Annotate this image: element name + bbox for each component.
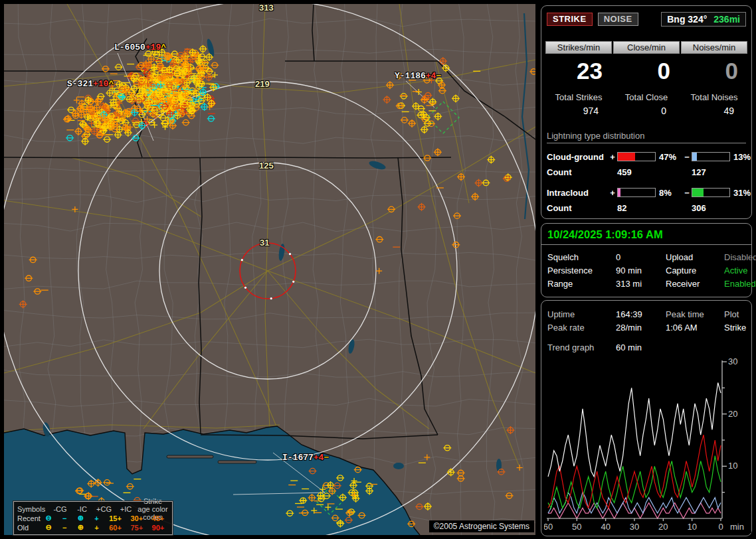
rate-columns: Strikes/min 23 Total Strikes 974 Close/m…	[541, 27, 751, 116]
legend-col--ic: -IC	[71, 505, 93, 513]
minus-sign: −	[682, 188, 692, 198]
cg-negative-count: 127	[692, 167, 730, 177]
status-panel: 10/24/2025 1:09:16 AM Squelch 0 Upload D…	[541, 223, 752, 297]
stats-panel: STRIKE NOISE Bng 324°236mi Strikes/min 2…	[541, 5, 752, 219]
settings-row: Range 313 mi Receiver Enabled	[547, 277, 745, 290]
trend-graph-label: Trend graph	[547, 343, 616, 352]
cloud-ground-row: Cloud-ground + 47% − 13%	[541, 149, 751, 165]
age-code-15+: 15+	[105, 514, 126, 522]
cell-direction-icon: −	[324, 453, 329, 463]
bearing-label: Bng 324°	[667, 14, 707, 25]
range-ring-label-313: 313	[259, 3, 274, 13]
cloud-ground-label: Cloud-ground	[547, 152, 608, 162]
ic-positive-pct: 8%	[656, 188, 682, 198]
legend-symbol-3: +	[88, 524, 104, 532]
legend-symbol-2: ⊕	[72, 523, 88, 532]
settings-row: Persistence 90 min Capture Active	[547, 264, 745, 277]
legend-row-label: Old	[17, 524, 41, 532]
range-ring-label-219: 219	[255, 79, 270, 89]
legend-row-old: Old⊖−⊕+60+75+90+	[17, 523, 169, 532]
y-tick-30: 30	[728, 358, 737, 366]
cell-id: Y-1186	[395, 71, 426, 81]
strikes-column: Strikes/min 23 Total Strikes 974	[545, 41, 612, 116]
uptime-rows: Uptime 164:39 Peak time Plot Peak rate 2…	[541, 301, 751, 354]
storm-cell-label-L-6050[interactable]: L-6050+19^	[114, 42, 166, 52]
cell-strength: +4	[426, 71, 436, 81]
strikes-per-min-chip[interactable]: Strikes/min	[545, 41, 612, 54]
ic-positive-bar	[617, 188, 656, 197]
noises-column: Noises/min 0 Total Noises 49	[681, 41, 747, 116]
receiver-label: Receiver	[666, 279, 724, 289]
count-label: Count	[547, 203, 608, 213]
settings-row: Squelch 0 Upload Disabled	[547, 250, 745, 264]
legend-symbol-0: ⊖	[41, 523, 56, 532]
noise-mode-button[interactable]: NOISE	[598, 13, 638, 26]
trend-chart: 1020306050403020100min	[544, 358, 751, 533]
total-strikes-label: Total Strikes	[545, 87, 612, 102]
squelch-label: Squelch	[547, 252, 616, 262]
cell-strength: +19	[145, 42, 161, 52]
intracloud-label: Intracloud	[547, 188, 608, 198]
strikes-per-min-value: 23	[545, 54, 612, 87]
cell-direction-icon: ^	[108, 79, 114, 89]
upload-state: Disabled	[724, 252, 756, 262]
capture-state: Active	[724, 266, 747, 275]
legend-col--cg: -CG	[49, 505, 71, 513]
lightning-map[interactable]: 31321912531L-6050+19^S-321+10^Y-1186+4−I…	[4, 4, 535, 535]
bearing-readout: Bng 324°236mi	[661, 12, 746, 27]
storm-cell-label-I-1677[interactable]: I-1677+4−	[282, 453, 329, 463]
close-per-min-chip[interactable]: Close/min	[613, 41, 680, 54]
x-tick-0: 0	[718, 522, 723, 532]
legend-symbol-2: ⊕	[72, 514, 88, 522]
total-strikes-value: 974	[545, 102, 612, 116]
total-noises-label: Total Noises	[681, 87, 747, 102]
cell-direction-icon: ^	[161, 42, 166, 52]
bearing-distance: 236mi	[713, 14, 740, 25]
minus-sign: −	[682, 152, 692, 162]
ic-negative-count: 306	[692, 203, 730, 213]
count-label: Count	[547, 167, 608, 177]
uptime-row: Uptime 164:39 Peak time Plot	[547, 307, 745, 321]
age-code-90+: 90+	[147, 524, 169, 532]
total-close-value: 0	[613, 102, 680, 116]
storm-cell-label-Y-1186[interactable]: Y-1186+4−	[395, 71, 441, 81]
legend-symbol-0: ⊖	[41, 514, 56, 522]
close-column: Close/min 0 Total Close 0	[613, 41, 680, 116]
distribution-header: Lightning type distribution	[547, 131, 746, 143]
plus-sign: +	[608, 188, 617, 198]
legend-col-+cg: +CG	[93, 505, 115, 513]
close-per-min-value: 0	[613, 54, 680, 87]
peak-time-label: Peak time	[666, 309, 724, 319]
upload-label: Upload	[666, 252, 724, 262]
y-tick-10: 10	[728, 461, 737, 471]
storm-cell-label-S-321[interactable]: S-321+10^	[67, 79, 114, 89]
capture-label: Capture	[666, 266, 724, 275]
trend-graph-row: Trend graph 60 min	[547, 341, 745, 354]
range-ring-label-31: 31	[260, 238, 269, 248]
strike-mode-button[interactable]: STRIKE	[547, 13, 593, 26]
x-tick-50: 50	[572, 522, 581, 532]
cg-negative-bar	[692, 152, 730, 161]
legend-symbol-1: −	[56, 514, 72, 522]
age-code-30+: 30+	[126, 514, 147, 522]
copyright-text: ©2005 Astrogenic Systems	[429, 520, 534, 532]
cell-id: L-6050	[114, 42, 145, 52]
y-tick-20: 20	[728, 409, 737, 419]
legend-header-row: Symbols -CG -IC +CG +IC Strike age color…	[17, 504, 169, 513]
cell-id: I-1677	[282, 453, 314, 463]
uptime-value: 164:39	[616, 309, 666, 319]
age-code-60+: 60+	[105, 524, 126, 532]
intracloud-row: Intracloud + 8% − 31%	[541, 185, 751, 200]
range-value: 313 mi	[616, 279, 666, 289]
mode-button-row: STRIKE NOISE Bng 324°236mi	[541, 6, 751, 27]
total-close-label: Total Close	[613, 87, 680, 102]
cg-positive-bar	[617, 152, 656, 161]
noises-per-min-chip[interactable]: Noises/min	[681, 41, 747, 54]
plot-label: Plot	[724, 309, 745, 319]
legend-row-label: Recent	[17, 514, 41, 522]
cg-positive-count: 459	[617, 167, 656, 177]
ic-count-row: Count 82 306	[541, 200, 751, 215]
legend-row-recent: Recent⊖−⊕+15+30+45+	[17, 514, 169, 522]
cg-positive-pct: 47%	[656, 152, 682, 162]
total-noises-value: 49	[681, 102, 747, 116]
